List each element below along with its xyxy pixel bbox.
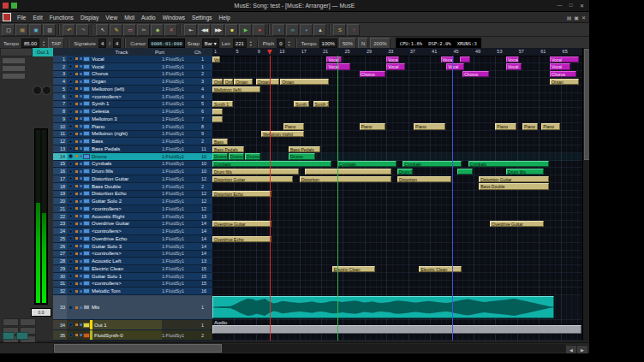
part[interactable]: Organ xyxy=(256,79,280,85)
part[interactable]: Organ xyxy=(280,79,328,85)
solo-icon[interactable]: S xyxy=(333,24,346,36)
track-name[interactable]: Drums xyxy=(90,153,162,160)
menu-item-functions[interactable]: Functions xyxy=(46,15,77,21)
track-row[interactable]: 9Mellotron 31:FluidSy17 xyxy=(53,116,212,123)
track-row[interactable]: 7Synth 11:FluidSy15 xyxy=(53,101,212,109)
track-port[interactable]: 1:FluidSy1 xyxy=(162,281,201,286)
effect-rack-slot[interactable] xyxy=(2,65,26,72)
track-row[interactable]: 30Guitar Solo 11:FluidSy115 xyxy=(53,273,212,281)
part[interactable]: Electric Clean xyxy=(332,266,375,272)
part[interactable]: Drum fills xyxy=(397,169,413,175)
track-channel[interactable]: 12 xyxy=(201,191,212,196)
track-row[interactable]: 34Out 11 xyxy=(53,320,212,330)
track-port[interactable]: 1:FluidSy1 xyxy=(162,64,201,69)
record-arm-button[interactable] xyxy=(67,282,75,286)
track-name[interactable]: Piano xyxy=(90,123,162,130)
track-name[interactable]: Overdrive Echo xyxy=(90,235,162,242)
mdi-window-control-icon[interactable]: ✕ xyxy=(581,15,586,21)
record-arm-button[interactable] xyxy=(67,222,75,226)
part[interactable]: Distortion xyxy=(300,176,391,182)
redo-icon[interactable]: ↷ xyxy=(76,24,89,36)
part[interactable]: Vo xyxy=(212,56,220,62)
close-button[interactable]: ✕ xyxy=(578,3,586,9)
track-name[interactable]: FluidSynth-0 xyxy=(90,330,162,340)
track-channel[interactable]: 9 xyxy=(201,131,212,136)
record-arm-button[interactable] xyxy=(67,56,75,61)
strip-grip[interactable] xyxy=(0,48,33,56)
track-port[interactable]: 1:FluidSy1 xyxy=(162,146,201,151)
track-number[interactable]: 25 xyxy=(53,235,67,242)
pan-knob[interactable] xyxy=(33,86,42,95)
part[interactable]: Bass xyxy=(212,139,228,145)
track-name[interactable]: Guitar Solo 3 xyxy=(90,243,162,250)
track-channel[interactable]: 1 xyxy=(201,64,212,69)
track-row[interactable]: 31<controllers>1:FluidSy115 xyxy=(53,281,212,288)
track-channel[interactable]: 14 xyxy=(201,228,212,234)
track-port[interactable]: 1:FluidSy1 xyxy=(162,274,201,279)
track-port[interactable]: 1:FluidSy1 xyxy=(162,258,201,264)
audio-part[interactable] xyxy=(212,296,554,318)
part[interactable]: Synth 1 xyxy=(313,101,329,107)
track-channel[interactable]: 15 xyxy=(201,274,212,279)
track-channel[interactable]: 15 xyxy=(201,281,212,286)
part[interactable]: Organ xyxy=(212,79,223,85)
part[interactable]: Vocal xyxy=(550,56,579,62)
record-arm-button[interactable] xyxy=(67,124,75,128)
stereo-out-icon[interactable] xyxy=(16,332,28,340)
track-channel[interactable]: 3 xyxy=(201,79,212,84)
track-row[interactable]: 6<controllers>1:FluidSy14 xyxy=(53,93,212,101)
record-arm-button[interactable] xyxy=(67,229,75,234)
open-icon[interactable]: ▤ xyxy=(15,24,28,36)
track-number[interactable]: 16 xyxy=(53,168,67,175)
track-row[interactable]: 13Bass Pedals1:FluidSy111 xyxy=(53,145,212,153)
scroll-right-button[interactable]: ▶ xyxy=(576,345,588,353)
track-name[interactable]: Electric Clean xyxy=(90,265,162,272)
track-port[interactable]: 1:FluidSy1 xyxy=(162,236,201,241)
glue-tool-icon[interactable]: ◆ xyxy=(151,24,164,36)
part[interactable]: Distortion xyxy=(397,176,451,182)
undo-icon[interactable]: ↶ xyxy=(63,24,75,36)
record-arm-button[interactable] xyxy=(67,132,75,136)
track-number[interactable]: 11 xyxy=(53,131,67,138)
track-channel[interactable]: 14 xyxy=(201,221,212,226)
track-channel[interactable]: 15 xyxy=(201,266,212,271)
forward-icon[interactable]: ▶▶ xyxy=(212,24,224,36)
part[interactable]: Synth 1 xyxy=(294,101,309,107)
track-number[interactable]: 2 xyxy=(53,63,67,70)
track-port[interactable]: 1:FluidSy1 xyxy=(162,131,201,136)
track-name[interactable]: Mellotron (left) xyxy=(90,86,162,92)
track-row[interactable]: 21<controllers>1:FluidSy112 xyxy=(53,205,212,213)
track-row[interactable]: 35FluidSynth-01:FluidSy12 xyxy=(53,330,212,341)
part[interactable]: Vocal xyxy=(506,56,519,62)
part[interactable]: Drums xyxy=(245,153,260,159)
track-row[interactable]: 19Distortion Echo1:FluidSy112 xyxy=(53,191,212,199)
track-port[interactable]: 1:FluidSy1 xyxy=(162,228,201,234)
track-number[interactable]: 9 xyxy=(53,116,67,122)
track-channel[interactable]: 12 xyxy=(201,176,212,181)
track-row[interactable]: 2Vocal1:FluidSy11 xyxy=(53,63,212,71)
track-row[interactable]: 10Piano1:FluidSy18 xyxy=(53,123,212,131)
track-port[interactable]: 1:FluidSy1 xyxy=(162,191,201,196)
title-bar[interactable]: MusE: Song: test - [MusE: Arranger] — Mu… xyxy=(0,0,589,12)
pitch-value[interactable]: 0 xyxy=(277,39,284,48)
gain-value[interactable]: 0.0 xyxy=(31,308,51,317)
track-row[interactable]: 4Organ1:FluidSy13 xyxy=(53,78,212,86)
track-name[interactable]: Overdrive Guitar xyxy=(90,221,162,228)
record-icon[interactable]: ● xyxy=(253,24,265,36)
strip-track-name[interactable]: Out 1 xyxy=(33,48,53,56)
part[interactable]: Cymbals xyxy=(337,161,397,167)
mdi-window-control-icon[interactable]: ▣ xyxy=(574,15,579,21)
track-name[interactable]: Drum fills xyxy=(90,168,162,175)
track-channel[interactable]: 13 xyxy=(201,214,212,219)
snap-select[interactable]: Bar ▾ xyxy=(202,39,219,48)
track-name[interactable]: Mellotron (right) xyxy=(90,131,162,138)
track-channel[interactable]: 1 xyxy=(201,305,212,310)
track-name[interactable]: Acoustic Left xyxy=(90,258,162,264)
track-name[interactable]: Out 1 xyxy=(90,320,162,329)
part[interactable]: Cymbals xyxy=(402,161,462,167)
track-name[interactable]: Guitar Solo 1 xyxy=(90,273,162,280)
record-arm-button[interactable] xyxy=(67,214,75,218)
part[interactable]: Mellotron (left) xyxy=(212,86,260,92)
part[interactable]: Overdrive Guitar xyxy=(490,221,544,227)
track-number[interactable]: 35 xyxy=(53,330,67,340)
